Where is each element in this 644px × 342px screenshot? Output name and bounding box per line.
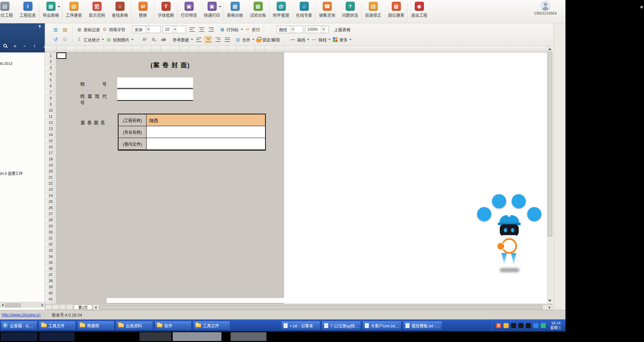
align-left-button[interactable] xyxy=(195,36,202,43)
row-header[interactable]: 24 xyxy=(45,192,56,199)
sheet-tab[interactable]: 第1页 xyxy=(74,304,92,310)
scroll-right-icon[interactable] xyxy=(42,304,43,306)
row-header[interactable]: 11 xyxy=(45,113,56,119)
taskbar-item[interactable]: 7-12注册qq快... xyxy=(322,321,361,330)
move-up-icon[interactable]: ↑ xyxy=(32,43,37,49)
align-justify-button[interactable] xyxy=(223,36,231,43)
column-header[interactable] xyxy=(123,46,132,52)
taskbar-clock[interactable]: 18:14 星期三 xyxy=(550,321,561,330)
valign-middle-button[interactable] xyxy=(198,26,205,33)
column-header[interactable] xyxy=(275,46,284,52)
catalog-tree[interactable]: 00-2013 5-2004)表H.9 监理工作 xyxy=(0,52,45,302)
row-header[interactable]: 9 xyxy=(45,101,56,107)
row-header[interactable]: 41 xyxy=(45,296,56,302)
undo-icon[interactable] xyxy=(52,36,59,43)
strikethrough-button[interactable]: ab xyxy=(160,36,167,43)
special-chars-button[interactable]: 特殊字符 xyxy=(102,27,125,32)
scroll-down-icon[interactable] xyxy=(548,300,552,302)
row-header[interactable]: 27 xyxy=(45,211,56,217)
toolbar-button[interactable]: ▤ 目录修正 xyxy=(362,2,385,18)
column-header[interactable] xyxy=(142,46,151,52)
taskbar-item[interactable]: 蒋建辉 xyxy=(77,321,114,330)
valign-bottom-button[interactable] xyxy=(207,26,215,33)
row-header[interactable]: 40 xyxy=(45,290,56,296)
row-header[interactable]: 16 xyxy=(45,144,56,150)
chevron-down-icon[interactable] xyxy=(145,26,150,33)
column-header[interactable] xyxy=(246,46,256,52)
zoom-in-icon[interactable]: + xyxy=(12,43,18,49)
column-header[interactable] xyxy=(113,46,123,52)
column-header[interactable] xyxy=(189,46,199,52)
toolbar-button[interactable]: ▣ 打印预览 xyxy=(177,2,200,18)
scroll-left-icon[interactable] xyxy=(2,304,3,306)
toolbar-button[interactable]: ▤ 工序建表 xyxy=(62,2,85,18)
security-icon[interactable] xyxy=(541,323,546,328)
horizontal-scrollbar[interactable] xyxy=(93,304,552,310)
column-header[interactable] xyxy=(170,46,180,52)
report-table-button[interactable]: 上报表格 xyxy=(334,27,350,32)
scroll-right-icon[interactable] xyxy=(549,306,551,309)
toolbar-button[interactable]: 范 显示范例 xyxy=(85,2,108,18)
row-header[interactable]: 19 xyxy=(45,162,56,168)
row-header[interactable]: 36 xyxy=(45,266,56,272)
column-header[interactable] xyxy=(218,46,227,52)
taskbar-item[interactable]: 工具文件 xyxy=(193,321,230,330)
zoom-select[interactable]: 100% xyxy=(305,26,329,33)
column-header[interactable] xyxy=(57,46,66,52)
row-header[interactable]: 32 xyxy=(45,241,56,247)
row-header[interactable]: 3 xyxy=(45,65,56,71)
scroll-up-icon[interactable] xyxy=(548,48,552,50)
row-header[interactable]: 2 xyxy=(45,59,56,65)
row-header[interactable]: 29 xyxy=(45,223,56,229)
qq-icon[interactable] xyxy=(511,323,516,328)
more-button[interactable]: 更多 xyxy=(332,37,351,43)
chevron-down-icon[interactable] xyxy=(172,26,177,33)
archive-code-field[interactable] xyxy=(117,90,193,101)
column-header[interactable] xyxy=(256,46,265,52)
scroll-left-icon[interactable] xyxy=(95,306,96,309)
toolbar-button[interactable]: ▦ 试验台账 xyxy=(246,2,270,18)
toolbar-button[interactable]: ▣ 快速打印 xyxy=(200,2,223,18)
column-header[interactable] xyxy=(151,46,161,52)
taskbar-item[interactable]: 工具文件 xyxy=(39,321,76,330)
toolbar-button[interactable]: @ 附件管理 xyxy=(270,2,293,18)
row-header[interactable]: 35 xyxy=(45,259,56,266)
row-header[interactable]: 26 xyxy=(45,205,56,211)
row-header[interactable]: 21 xyxy=(45,174,56,180)
form-row-value[interactable] xyxy=(147,126,265,138)
pin-icon[interactable] xyxy=(38,25,42,29)
taskbar-item[interactable]: +.txt - 记事本 xyxy=(281,321,320,330)
selected-cell-a1[interactable] xyxy=(57,52,66,59)
toolbar-button[interactable]: ▤ 单位工程 xyxy=(0,2,16,18)
toolbar-button[interactable]: ▦ 部位建表 xyxy=(385,2,408,18)
taskbar-item[interactable]: 云南资料 xyxy=(116,321,153,330)
form-row-value[interactable] xyxy=(147,138,265,150)
row-header[interactable]: 14 xyxy=(45,132,56,138)
lock-unlock-button[interactable]: 锁定/解锁 xyxy=(256,37,280,43)
qq-icon[interactable] xyxy=(526,323,531,328)
wrap-line-button[interactable]: 折行 xyxy=(245,27,260,32)
row-header[interactable]: 23 xyxy=(45,186,56,192)
sidebar-horizontal-scrollbar[interactable] xyxy=(0,302,45,308)
toolbar-button[interactable]: ▦ 表格台账 xyxy=(223,2,246,18)
column-header[interactable] xyxy=(237,46,246,52)
assistant-bubble[interactable] xyxy=(492,194,506,208)
network-icon[interactable] xyxy=(533,323,538,328)
row-header[interactable]: 12 xyxy=(45,119,56,126)
toolbar-button[interactable]: ⇄ 替换 xyxy=(131,2,154,18)
row-header[interactable]: 37 xyxy=(45,272,56,278)
form-row-value[interactable]: 陕西 xyxy=(147,114,265,126)
row-header[interactable]: 15 xyxy=(45,138,56,144)
column-header[interactable] xyxy=(265,46,275,52)
assistant-bubble[interactable] xyxy=(477,207,491,221)
row-header[interactable]: 38 xyxy=(45,278,56,284)
tree-item[interactable]: 5-2004)表H.9 监理工作 xyxy=(0,170,23,176)
row-col-header-button[interactable]: 行列标 xyxy=(219,27,243,32)
row-header[interactable]: 5 xyxy=(45,77,56,83)
align-right-button[interactable] xyxy=(214,36,221,43)
superscript-button[interactable]: X² xyxy=(141,36,148,43)
line-style-select[interactable]: 细线 xyxy=(277,26,303,33)
user-avatar-icon[interactable] xyxy=(540,1,550,11)
column-header[interactable] xyxy=(208,46,218,52)
toolbar-button[interactable]: ? 问题状态 xyxy=(339,2,362,18)
